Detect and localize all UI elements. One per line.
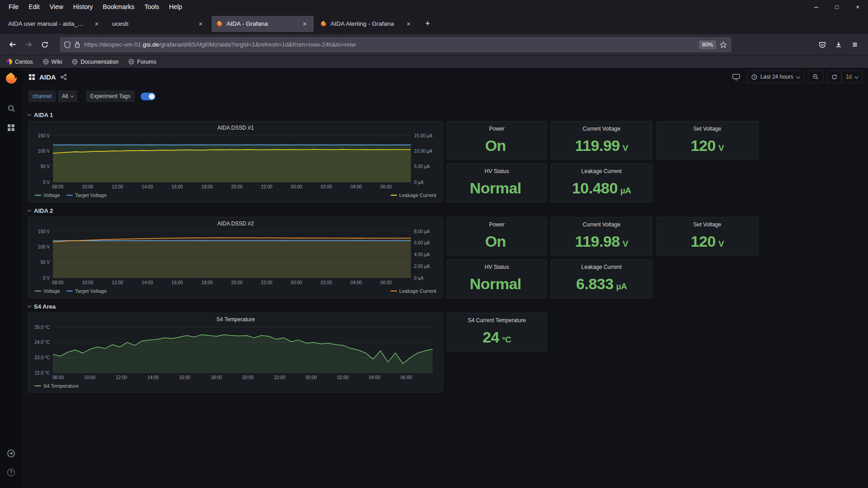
window-controls: ─ □ × <box>806 0 868 14</box>
experiment-tags-toggle[interactable] <box>141 93 156 100</box>
svg-text:25.0 °C: 25.0 °C <box>35 325 50 330</box>
legend-item-leakage-current[interactable]: Leakage Current <box>391 192 436 198</box>
legend-item-target-voltage[interactable]: Target Voltage <box>66 288 107 294</box>
row-header-aida-1[interactable]: AIDA 1 <box>28 109 868 120</box>
tab-aida-user-manual[interactable]: AIDA user manual - aida_manual × <box>4 16 106 32</box>
legend-item-s4-temperature[interactable]: S4 Temperature <box>35 383 79 389</box>
zoom-level-badge[interactable]: 80% <box>699 40 716 49</box>
bookmark-documentation[interactable]: Documentation <box>72 59 118 65</box>
minimize-button[interactable]: ─ <box>806 0 826 14</box>
tab-aida-grafana[interactable]: AIDA - Grafana × <box>212 16 314 32</box>
stat-panel-power[interactable]: Power On <box>447 217 547 256</box>
bookmark-label: Wiki <box>52 59 62 65</box>
forward-button[interactable] <box>21 37 36 52</box>
reload-button[interactable] <box>37 37 52 52</box>
menu-edit[interactable]: Edit <box>24 0 45 14</box>
menu-view[interactable]: View <box>45 0 68 14</box>
bookmark-centos[interactable]: Centos <box>6 59 33 65</box>
grafana-logo-icon[interactable] <box>4 71 18 85</box>
chevron-down-icon <box>796 74 800 79</box>
stat-title: Power <box>489 126 505 132</box>
stat-panel-leakage-current[interactable]: Leakage Current 6.833µA <box>551 259 652 298</box>
panel-aida-dssd-1[interactable]: AIDA DSSD #1 0 V50 V100 V150 V0 µA5.00 µ… <box>28 121 443 202</box>
row-header-s4-area[interactable]: S4 Area <box>28 301 868 312</box>
legend-item-leakage-current[interactable]: Leakage Current <box>391 288 436 294</box>
panel-aida-dssd-2[interactable]: AIDA DSSD #2 0 V50 V100 V150 V0 µA2.00 µ… <box>28 217 443 298</box>
url-bar[interactable]: https://despec-vm-01.gsi.de/grafana/d/6S… <box>60 37 731 52</box>
menu-help[interactable]: Help <box>164 0 187 14</box>
panel-s4-temperature[interactable]: S4 Temperature 22.0 °C23.0 °C24.0 °C25.0… <box>28 313 443 393</box>
panel-title[interactable]: AIDA DSSD #2 <box>32 219 439 228</box>
new-tab-button[interactable]: + <box>420 17 435 31</box>
menu-tools[interactable]: Tools <box>139 0 164 14</box>
help-icon[interactable]: ? <box>0 463 22 482</box>
stat-panel-hv-status[interactable]: HV Status Normal <box>447 259 547 298</box>
variable-value-dropdown[interactable]: All <box>58 90 77 102</box>
dashboard-grid-icon[interactable] <box>28 74 35 80</box>
back-button[interactable] <box>5 37 20 52</box>
stat-panel-power[interactable]: Power On <box>447 121 547 160</box>
menu-file[interactable]: File <box>4 0 24 14</box>
refresh-button[interactable] <box>827 70 842 83</box>
row-header-aida-2[interactable]: AIDA 2 <box>28 205 868 216</box>
bookmark-wiki[interactable]: Wiki <box>43 59 62 65</box>
zoom-out-button[interactable] <box>808 70 823 83</box>
svg-text:16:00: 16:00 <box>171 184 183 189</box>
stat-panel-hv-status[interactable]: HV Status Normal <box>447 164 547 202</box>
globe-icon <box>43 59 49 65</box>
svg-text:04:00: 04:00 <box>369 375 380 380</box>
dashboards-icon[interactable] <box>0 118 22 137</box>
panel-title[interactable]: S4 Temperature <box>32 315 439 324</box>
downloads-icon[interactable] <box>831 37 846 52</box>
tab-close-icon[interactable]: × <box>196 19 205 28</box>
tab-close-icon[interactable]: × <box>300 19 309 28</box>
svg-text:15.00 µA: 15.00 µA <box>414 133 433 138</box>
lock-icon[interactable] <box>75 41 80 48</box>
legend-item-target-voltage[interactable]: Target Voltage <box>66 192 107 198</box>
timeseries-chart[interactable]: 0 V50 V100 V150 V0 µA5.00 µA10.00 µA15.0… <box>32 132 439 190</box>
dashboard-title[interactable]: AIDA <box>39 73 56 81</box>
close-button[interactable]: × <box>847 0 868 14</box>
share-icon[interactable] <box>60 74 67 80</box>
pocket-icon[interactable] <box>815 37 830 52</box>
svg-text:22:00: 22:00 <box>274 375 285 380</box>
stat-panel-current-voltage[interactable]: Current Voltage 119.99V <box>551 121 652 160</box>
time-range-picker[interactable]: Last 24 hours <box>747 70 804 83</box>
bookmark-label: Forums <box>137 59 156 65</box>
svg-text:20:00: 20:00 <box>231 280 242 285</box>
refresh-interval-picker[interactable]: 1d <box>841 70 863 83</box>
hamburger-menu-icon[interactable]: ≡ <box>847 37 863 52</box>
svg-text:02:00: 02:00 <box>321 184 332 189</box>
kiosk-tv-icon[interactable] <box>730 70 743 83</box>
stats-aida-2: Power On Current Voltage 119.98V Set Vol… <box>447 217 759 298</box>
search-icon[interactable] <box>0 99 22 118</box>
bookmarks-bar: Centos Wiki Documentation Forums <box>0 55 868 68</box>
legend-item-voltage[interactable]: Voltage <box>35 192 60 198</box>
legend-item-voltage[interactable]: Voltage <box>35 288 60 294</box>
timeseries-chart[interactable]: 22.0 °C23.0 °C24.0 °C25.0 °C08:0010:0012… <box>32 324 439 381</box>
menu-history[interactable]: History <box>68 0 98 14</box>
stat-panel-s4-current-temperature[interactable]: S4 Current Temperature 24°C <box>447 313 547 352</box>
timeseries-chart[interactable]: 0 V50 V100 V150 V0 µA2.00 µA4.00 µA6.00 … <box>32 228 439 286</box>
svg-text:0 µA: 0 µA <box>414 180 424 185</box>
svg-text:08:00: 08:00 <box>52 375 64 380</box>
tracking-shield-icon[interactable] <box>64 41 71 48</box>
chart-legend: S4 Temperature <box>32 381 439 391</box>
stat-value: 10.480 <box>572 179 618 197</box>
stat-panel-current-voltage[interactable]: Current Voltage 119.98V <box>551 217 652 256</box>
tab-ucesb[interactable]: ucesb × <box>108 16 210 32</box>
tab-aida-alerting-grafana[interactable]: AIDA Alerting - Grafana × <box>316 16 418 32</box>
bookmark-forums[interactable]: Forums <box>128 59 156 65</box>
panel-title[interactable]: AIDA DSSD #1 <box>32 123 439 132</box>
tab-close-icon[interactable]: × <box>404 19 413 28</box>
stat-panel-leakage-current[interactable]: Leakage Current 10.480µA <box>551 164 652 202</box>
maximize-button[interactable]: □ <box>826 0 847 14</box>
menu-bookmarks[interactable]: Bookmarks <box>98 0 139 14</box>
stat-panel-set-voltage[interactable]: Set Voltage 120V <box>656 217 759 256</box>
stat-panel-set-voltage[interactable]: Set Voltage 120V <box>656 121 759 160</box>
tab-title: AIDA Alerting - Grafana <box>330 20 401 27</box>
tab-close-icon[interactable]: × <box>92 19 101 28</box>
bookmark-star-icon[interactable] <box>720 41 727 48</box>
sign-in-icon[interactable] <box>0 444 22 463</box>
row-aida-1: AIDA DSSD #1 0 V50 V100 V150 V0 µA5.00 µ… <box>28 121 868 202</box>
